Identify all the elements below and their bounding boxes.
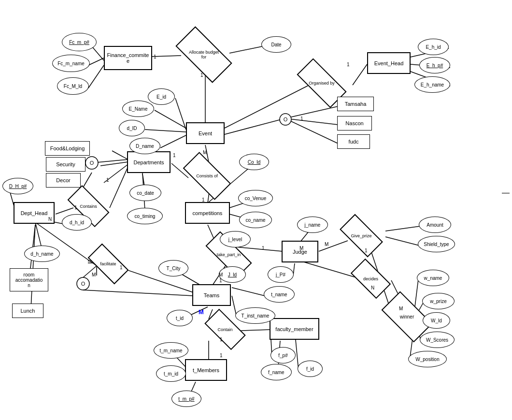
attribute-t-city: T_City: [158, 260, 188, 276]
entity-judge: Judge: [282, 241, 318, 262]
attribute-t-m-id: t_m_id: [156, 365, 186, 382]
attribute-date: Date: [261, 36, 291, 53]
attribute-j-p: j_P#: [268, 266, 294, 283]
svg-text:O: O: [81, 281, 85, 287]
svg-line-11: [353, 64, 367, 85]
svg-line-9: [160, 135, 186, 148]
entity-fudc: fudc: [337, 134, 370, 149]
svg-line-6: [175, 98, 186, 130]
attribute-t-inst-name: T_inst_name: [235, 307, 275, 324]
attribute-e-h-id: E_h_id: [418, 39, 449, 55]
attribute-e-name: E_Name: [122, 101, 154, 117]
label-1-tpart-judge: 1: [262, 246, 265, 251]
svg-line-3: [152, 56, 181, 57]
svg-line-52: [385, 226, 420, 231]
svg-line-53: [385, 237, 419, 246]
svg-line-25: [110, 167, 128, 208]
entity-winner: winner: [384, 304, 430, 330]
label-m-contain-teams: M: [199, 308, 204, 316]
attribute-j-ld: J_ld: [219, 266, 246, 283]
label-1-consists-comp2: 1: [202, 197, 205, 203]
attribute-e-h-name: E_h_name: [414, 76, 450, 93]
right-dash: —: [502, 188, 510, 197]
relationship-organised-by: Organised by: [298, 72, 345, 95]
label-m-judge: M: [299, 246, 303, 251]
attribute-co-venue: co_Venue: [238, 190, 273, 206]
attribute-w-scores: W_Scores: [420, 332, 455, 348]
relationship-facilitate: facilitate: [89, 254, 127, 274]
entity-finance-committee: Finance_commitee: [104, 46, 152, 70]
entity-event-head: Event_Head: [367, 52, 411, 74]
attribute-amount: Amount: [419, 217, 451, 233]
label-1-organised-event: 1: [300, 116, 303, 121]
label-m-give: M: [325, 242, 328, 247]
relationship-take-part-in: take_part_in: [206, 244, 251, 265]
attribute-t-m-name: t_m_name: [154, 342, 188, 359]
label-1-give: 1: [365, 248, 368, 253]
svg-point-77: [77, 277, 89, 290]
entity-event: Event: [186, 122, 225, 144]
attribute-w-prize: w_prize: [422, 293, 455, 309]
svg-text:O: O: [284, 116, 288, 122]
svg-line-7: [155, 110, 186, 128]
label-1-contain-fac: 1: [220, 353, 223, 358]
svg-line-61: [232, 288, 265, 296]
entity-t-members: t_Members: [185, 359, 227, 381]
svg-point-73: [85, 157, 98, 169]
entity-food-lodging: Food&Lodging: [45, 141, 90, 156]
label-1-contains: 1: [74, 205, 77, 210]
label-1-tpart-teams: 1: [219, 278, 222, 283]
attribute-t-m-p: t_m_p#: [171, 391, 201, 407]
entity-faculty-member: faculty_member: [270, 318, 319, 340]
svg-line-35: [92, 159, 128, 163]
entity-departments: Departments: [127, 151, 171, 173]
svg-line-1: [88, 58, 104, 65]
label-1-contain-tmem: 1: [220, 337, 223, 342]
attribute-d-h-p: D_H_p#: [2, 178, 33, 194]
attribute-shield-type: Shield_type: [418, 236, 455, 252]
attribute-d-h-id: d_h_id: [62, 214, 92, 231]
entity-competitions: competitions: [185, 202, 230, 224]
attribute-w-position: W_position: [408, 351, 447, 367]
attribute-j-level: j_level: [220, 231, 251, 247]
relationship-allocate-budget-for: Allocate budgetfor: [178, 41, 230, 69]
attribute-co-timing: co_timing: [127, 208, 163, 224]
entity-tamsaha: Tamsaha: [337, 97, 374, 111]
er-diagram-canvas: O O O Finance_commitee Event Event_Head …: [0, 0, 512, 420]
entity-nascon: Nascon: [337, 116, 372, 130]
label-m-facilitate: M: [92, 272, 96, 277]
label-1-contains-dept: 1: [106, 177, 109, 183]
svg-line-17: [285, 118, 338, 125]
attribute-f-p: f_p#: [270, 347, 296, 363]
attribute-t-id: t_id: [167, 310, 193, 326]
label-1-fc-event: 1: [154, 54, 156, 59]
label-1-consists-dept: 1: [173, 153, 176, 158]
label-n-decides: N: [371, 285, 374, 290]
entity-lunch: Lunch: [12, 304, 43, 318]
attribute-j-name: j_name: [297, 217, 328, 233]
svg-line-15: [225, 118, 285, 134]
attribute-e-h-p: E_h_p#: [419, 57, 450, 73]
svg-line-8: [145, 130, 186, 132]
svg-text:O: O: [90, 160, 94, 166]
attribute-t-name: t_name: [264, 286, 295, 303]
attribute-co-id: Co_Id: [239, 154, 269, 170]
label-m-tpart: M: [219, 272, 223, 277]
svg-line-2: [88, 65, 104, 88]
svg-line-18: [285, 118, 338, 144]
relationship-give-prize: Give_prize: [341, 225, 381, 246]
svg-line-41: [31, 225, 35, 308]
attribute-co-name: co_name: [239, 212, 272, 228]
attribute-w-name: w_name: [417, 270, 449, 286]
entity-teams: Teams: [192, 284, 231, 306]
attribute-f-name: f_name: [261, 364, 292, 380]
attribute-fc-m-name: Fc_m_name: [52, 55, 90, 72]
svg-line-5: [229, 46, 262, 53]
attribute-d-name: D_name: [129, 138, 160, 154]
attribute-e-id: E_id: [148, 88, 175, 105]
svg-point-75: [280, 114, 291, 125]
entity-security: Security: [46, 157, 85, 172]
attribute-w-ld: W_ld: [423, 312, 450, 329]
label-m-decides: M: [399, 306, 403, 311]
attribute-fc-m-ld: Fc_M_ld: [57, 77, 89, 95]
